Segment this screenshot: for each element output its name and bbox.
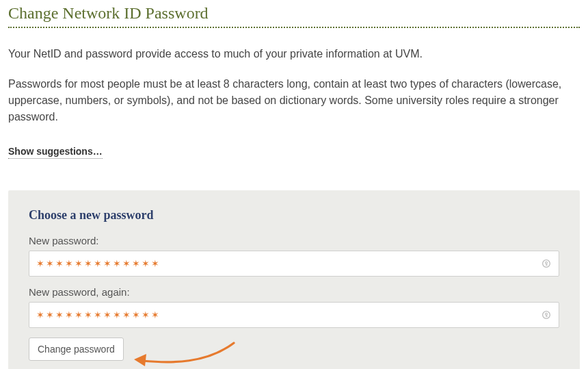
intro-paragraph-1: Your NetID and password provide access t…	[8, 46, 580, 62]
key-icon	[541, 309, 552, 320]
key-icon	[541, 258, 552, 269]
annotation-arrow-icon	[131, 340, 241, 369]
svg-point-5	[546, 313, 548, 315]
change-password-button[interactable]: Change password	[29, 338, 124, 361]
new-password-mask: ✶✶✶✶✶✶✶✶✶✶✶✶✶	[36, 258, 161, 269]
new-password-input[interactable]: ✶✶✶✶✶✶✶✶✶✶✶✶✶	[29, 251, 559, 277]
new-password-again-input[interactable]: ✶✶✶✶✶✶✶✶✶✶✶✶✶	[29, 302, 559, 328]
show-suggestions-link[interactable]: Show suggestions…	[8, 146, 103, 159]
choose-password-panel: Choose a new password New password: ✶✶✶✶…	[8, 190, 580, 369]
title-divider	[8, 27, 580, 28]
new-password-again-label: New password, again:	[29, 286, 559, 298]
new-password-again-mask: ✶✶✶✶✶✶✶✶✶✶✶✶✶	[36, 309, 161, 320]
page-title: Change Network ID Password	[8, 4, 580, 23]
panel-title: Choose a new password	[29, 208, 559, 222]
intro-paragraph-2: Passwords for most people must be at lea…	[8, 76, 580, 125]
new-password-label: New password:	[29, 235, 559, 246]
svg-point-1	[546, 262, 548, 264]
